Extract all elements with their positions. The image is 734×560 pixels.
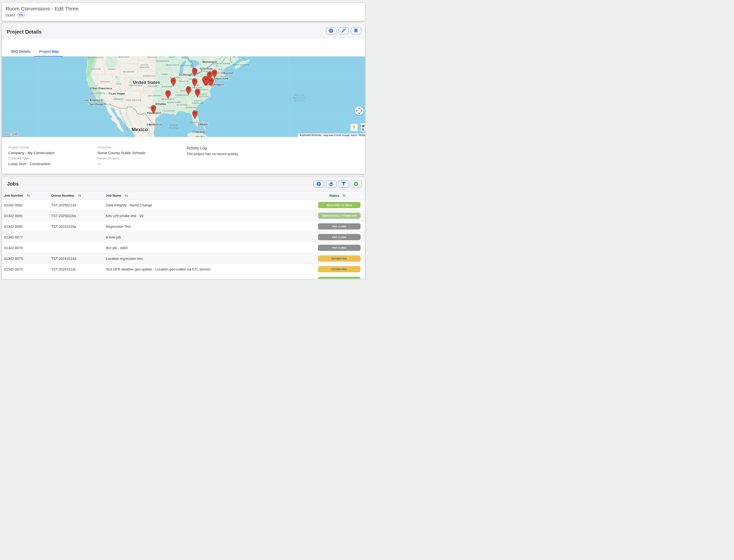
- svg-text:NEBRASKA: NEBRASKA: [143, 75, 156, 77]
- svg-text:Terms: Terms: [358, 134, 365, 137]
- svg-text:America: America: [169, 126, 179, 129]
- svg-text:Google: Google: [4, 132, 18, 136]
- svg-text:OKLAHOMA: OKLAHOMA: [148, 94, 162, 97]
- svg-text:IOWA: IOWA: [162, 73, 168, 75]
- svg-text:New York: New York: [216, 77, 229, 80]
- svg-text:NH: NH: [219, 68, 222, 70]
- svg-text:United States: United States: [133, 80, 160, 85]
- svg-text:MISSISSIPPI: MISSISSIPPI: [167, 101, 182, 103]
- svg-text:Chicago: Chicago: [181, 73, 192, 76]
- svg-text:NEVADA: NEVADA: [101, 80, 110, 83]
- svg-text:VT: VT: [216, 65, 219, 67]
- svg-text:Los Angeles: Los Angeles: [84, 98, 100, 101]
- svg-text:Havana: Havana: [194, 130, 205, 133]
- svg-text:W: W: [362, 124, 365, 128]
- svg-text:PE: PE: [242, 58, 245, 60]
- svg-text:Las Vegas: Las Vegas: [111, 92, 125, 95]
- svg-text:Map data ©2025 Google, INEGI: Map data ©2025 Google, INEGI: [323, 134, 357, 137]
- svg-text:NOVA SCOTIA: NOVA SCOTIA: [233, 64, 249, 66]
- svg-text:CAROLINA: CAROLINA: [198, 95, 210, 98]
- svg-text:Keyboard shortcuts: Keyboard shortcuts: [300, 134, 321, 137]
- svg-text:Boston: Boston: [223, 71, 233, 74]
- svg-text:DAKOTA: DAKOTA: [147, 56, 157, 58]
- svg-text:Montreal: Montreal: [202, 60, 214, 63]
- svg-text:MICHIGAN: MICHIGAN: [181, 64, 193, 67]
- svg-text:MISSOURI: MISSOURI: [162, 86, 173, 88]
- svg-text:OREGON: OREGON: [91, 68, 101, 70]
- svg-text:GEORGIA: GEORGIA: [186, 106, 196, 109]
- svg-text:CALIFORNIA: CALIFORNIA: [91, 92, 105, 94]
- svg-text:Mexico: Mexico: [132, 127, 148, 132]
- svg-text:NEW MEXICO: NEW MEXICO: [126, 99, 141, 101]
- svg-text:KANSAS: KANSAS: [148, 85, 157, 87]
- svg-text:FLORIDA: FLORIDA: [189, 121, 199, 124]
- svg-text:WASHINGTON: WASHINGTON: [88, 56, 103, 59]
- svg-text:San Diego: San Diego: [89, 102, 103, 105]
- svg-text:North: North: [295, 94, 304, 96]
- svg-text:WYOMING: WYOMING: [123, 71, 134, 73]
- svg-text:SOUTH: SOUTH: [140, 64, 148, 66]
- svg-text:S: S: [362, 128, 364, 131]
- svg-text:Cuba: Cuba: [196, 135, 205, 137]
- svg-text:NORTH: NORTH: [200, 93, 208, 95]
- svg-text:Dallas: Dallas: [158, 102, 166, 105]
- svg-text:MINNESOTA: MINNESOTA: [156, 60, 170, 62]
- svg-text:ARIZONA: ARIZONA: [113, 98, 124, 100]
- svg-text:Monterrey: Monterrey: [149, 123, 163, 126]
- svg-text:MA: MA: [217, 72, 221, 74]
- svg-text:TENNESSEE: TENNESSEE: [175, 94, 189, 96]
- svg-text:MAINE: MAINE: [223, 62, 230, 65]
- svg-text:SOUTH: SOUTH: [194, 100, 202, 102]
- svg-text:NB: NB: [233, 56, 236, 58]
- svg-text:?: ?: [330, 29, 332, 32]
- svg-text:Ocean: Ocean: [294, 99, 305, 102]
- svg-text:Atlantic: Atlantic: [293, 96, 307, 99]
- svg-text:WISCONSIN: WISCONSIN: [166, 64, 179, 66]
- svg-text:DAKOTA: DAKOTA: [140, 66, 149, 68]
- svg-text:Honolulu: Honolulu: [2, 136, 11, 137]
- svg-text:INDIANA: INDIANA: [179, 80, 188, 82]
- svg-text:CAROLINA: CAROLINA: [192, 102, 204, 104]
- svg-text:Miami: Miami: [200, 123, 208, 126]
- svg-text:San Francisco: San Francisco: [92, 87, 112, 90]
- svg-text:Toronto: Toronto: [202, 67, 213, 70]
- svg-text:MONTANA: MONTANA: [118, 56, 130, 58]
- svg-text:ALABAMA: ALABAMA: [177, 103, 188, 106]
- svg-text:RI: RI: [220, 75, 222, 77]
- svg-text:IDAHO: IDAHO: [108, 68, 116, 70]
- svg-text:UTAH: UTAH: [115, 83, 122, 85]
- svg-text:LOUISIANA: LOUISIANA: [162, 110, 175, 112]
